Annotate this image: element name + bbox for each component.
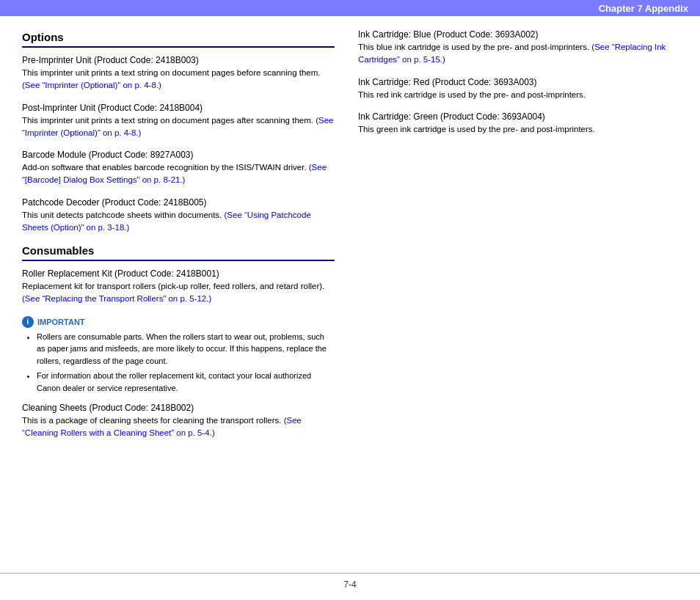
cleaning-plain: This is a package of cleaning sheets for…: [22, 416, 284, 425]
right-item-2: Ink Cartridge: Green (Product Code: 3693…: [358, 111, 682, 136]
options-section: Options Pre-Imprinter Unit (Product Code…: [22, 31, 335, 234]
important-bullet-1: For information about the roller replace…: [37, 370, 335, 394]
options-item-0-plain: This imprinter unit prints a text string…: [22, 68, 321, 77]
important-box: i IMPORTANT Rollers are consumable parts…: [22, 316, 335, 395]
options-item-0-title: Pre-Imprinter Unit (Product Code: 2418B0…: [22, 55, 335, 65]
options-item-1: Post-Imprinter Unit (Product Code: 2418B…: [22, 103, 335, 140]
options-item-2-title: Barcode Module (Product Code: 8927A003): [22, 150, 335, 160]
important-bullets: Rollers are consumable parts. When the r…: [22, 331, 335, 395]
consumables-item-0-title: Roller Replacement Kit (Product Code: 24…: [22, 268, 335, 279]
right-item-0-title: Ink Cartridge: Blue (Product Code: 3693A…: [358, 29, 682, 40]
options-item-3: Patchcode Decoder (Product Code: 2418B00…: [22, 197, 335, 235]
footer: 7-4: [0, 573, 700, 593]
page-content: Options Pre-Imprinter Unit (Product Code…: [0, 16, 700, 472]
right-item-1-plain: This red ink cartridge is used by the pr…: [358, 90, 586, 99]
options-item-2-desc: Add-on software that enables barcode rec…: [22, 161, 335, 187]
options-item-3-plain: This unit detects patchcode sheets withi…: [22, 211, 225, 219]
options-item-0-link[interactable]: (See “Imprinter (Optional)” on p. 4-8.): [22, 81, 161, 89]
options-item-2-plain: Add-on software that enables barcode rec…: [22, 163, 309, 172]
options-item-2: Barcode Module (Product Code: 8927A003) …: [22, 150, 335, 187]
options-item-1-title: Post-Imprinter Unit (Product Code: 2418B…: [22, 103, 335, 113]
left-column: Options Pre-Imprinter Unit (Product Code…: [22, 29, 352, 450]
options-item-3-desc: This unit detects patchcode sheets withi…: [22, 209, 335, 235]
options-item-1-desc: This imprinter unit prints a text string…: [22, 114, 335, 140]
consumables-item-0-desc: Replacement kit for transport rollers (p…: [22, 280, 335, 306]
cleaning-title: Cleaning Sheets (Product Code: 2418B002): [22, 403, 335, 413]
important-bullet-0: Rollers are consumable parts. When the r…: [37, 331, 335, 367]
right-item-2-plain: This green ink cartridge is used by the …: [358, 125, 595, 133]
options-title: Options: [22, 31, 335, 43]
right-item-1: Ink Cartridge: Red (Product Code: 3693A0…: [358, 77, 682, 101]
chapter-label: Chapter 7 Appendix: [599, 3, 688, 14]
right-item-1-desc: This red ink cartridge is used by the pr…: [358, 89, 682, 101]
header-bar: Chapter 7 Appendix: [0, 0, 700, 16]
important-label: IMPORTANT: [37, 318, 85, 326]
right-column: Ink Cartridge: Blue (Product Code: 3693A…: [352, 29, 682, 450]
consumables-title: Consumables: [22, 244, 335, 257]
right-item-2-title: Ink Cartridge: Green (Product Code: 3693…: [358, 111, 682, 122]
important-icon: i: [22, 316, 34, 328]
right-item-2-desc: This green ink cartridge is used by the …: [358, 123, 682, 136]
consumables-item-0-link[interactable]: (See “Replacing the Transport Rollers” o…: [22, 294, 211, 303]
options-item-0-desc: This imprinter unit prints a text string…: [22, 67, 335, 92]
page-number: 7-4: [343, 579, 356, 590]
right-item-1-title: Ink Cartridge: Red (Product Code: 3693A0…: [358, 77, 682, 87]
options-item-0: Pre-Imprinter Unit (Product Code: 2418B0…: [22, 55, 335, 92]
consumables-divider: [22, 260, 335, 261]
cleaning-item: Cleaning Sheets (Product Code: 2418B002)…: [22, 403, 335, 440]
important-header: i IMPORTANT: [22, 316, 335, 328]
right-item-0-plain: This blue ink cartridge is used by the p…: [358, 43, 591, 51]
page-wrapper: Chapter 7 Appendix Options Pre-Imprinter…: [0, 0, 700, 600]
consumables-item-0-plain: Replacement kit for transport rollers (p…: [22, 282, 324, 290]
options-item-1-plain: This imprinter unit prints a text string…: [22, 116, 316, 125]
options-item-3-title: Patchcode Decoder (Product Code: 2418B00…: [22, 197, 335, 208]
right-item-0: Ink Cartridge: Blue (Product Code: 3693A…: [358, 29, 682, 67]
right-item-0-desc: This blue ink cartridge is used by the p…: [358, 41, 682, 67]
cleaning-desc: This is a package of cleaning sheets for…: [22, 414, 335, 440]
consumables-item-0: Roller Replacement Kit (Product Code: 24…: [22, 268, 335, 306]
consumables-section: Consumables Roller Replacement Kit (Prod…: [22, 244, 335, 440]
options-divider: [22, 46, 335, 48]
